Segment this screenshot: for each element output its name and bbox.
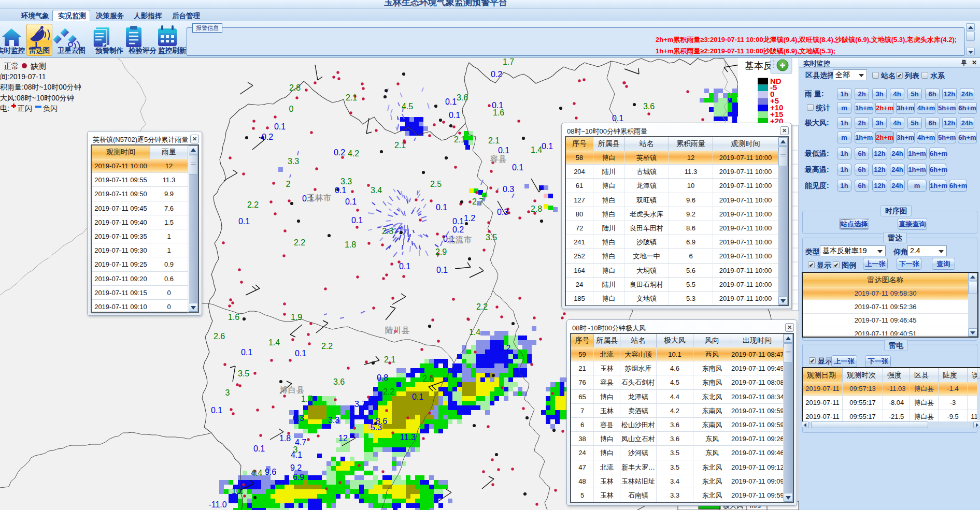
svg-text:12: 12 [338, 434, 348, 443]
svg-text:9.6: 9.6 [265, 468, 276, 476]
svg-text:2.8: 2.8 [531, 205, 542, 213]
svg-text:0.1: 0.1 [295, 349, 306, 358]
svg-text:3.6: 3.6 [333, 377, 345, 386]
svg-text:2: 2 [286, 180, 291, 188]
svg-text:0.3: 0.3 [503, 185, 514, 194]
svg-text:-11.0: -11.0 [208, 500, 226, 509]
svg-text:3.6: 3.6 [643, 102, 655, 111]
svg-text:2.9: 2.9 [435, 247, 447, 256]
svg-text:0.3: 0.3 [497, 208, 508, 216]
svg-text:2.2: 2.2 [247, 200, 259, 209]
svg-text:0.1: 0.1 [412, 392, 423, 401]
svg-text:4.1: 4.1 [291, 450, 302, 459]
svg-text:2.2: 2.2 [321, 342, 333, 351]
svg-text:0.1: 0.1 [452, 217, 464, 226]
svg-text:6.9: 6.9 [293, 473, 304, 482]
svg-text:2.3: 2.3 [382, 227, 393, 236]
svg-text:北流市: 北流市 [447, 235, 472, 244]
svg-text:1.4: 1.4 [531, 145, 542, 154]
svg-text:3.6: 3.6 [457, 93, 468, 102]
svg-text:2.7: 2.7 [472, 197, 484, 206]
svg-text:2.1: 2.1 [346, 93, 357, 102]
svg-text:1.9: 1.9 [291, 313, 302, 322]
svg-text:1.8: 1.8 [279, 434, 291, 443]
svg-text:0: 0 [289, 105, 294, 113]
svg-text:3.4: 3.4 [371, 186, 382, 195]
svg-text:3.5: 3.5 [238, 369, 249, 378]
svg-text:积雨量:08时~10时00分钟: 积雨量:08时~10时00分钟 [0, 83, 81, 91]
svg-text:3.5: 3.5 [486, 233, 497, 242]
svg-text:2.1: 2.1 [394, 141, 406, 150]
svg-text:2.2: 2.2 [294, 238, 305, 247]
svg-text:0.1: 0.1 [211, 406, 222, 415]
svg-text:0.1: 0.1 [274, 122, 286, 131]
svg-text:2.2: 2.2 [383, 387, 394, 396]
svg-text:3.3: 3.3 [340, 177, 352, 186]
svg-text:0.2: 0.2 [262, 133, 273, 141]
svg-text:0.1: 0.1 [449, 111, 460, 120]
svg-text:2.2: 2.2 [476, 302, 488, 311]
svg-text:基本反: 基本反 [745, 61, 773, 71]
svg-text:0.2: 0.2 [452, 225, 464, 234]
svg-text:2.5: 2.5 [430, 180, 442, 188]
svg-text:4.4: 4.4 [251, 469, 262, 477]
svg-text:1.7: 1.7 [301, 395, 313, 403]
svg-text:10.: 10. [232, 487, 243, 496]
svg-text:4.5: 4.5 [402, 102, 413, 111]
svg-text:2.1: 2.1 [454, 135, 465, 144]
svg-text:0.3: 0.3 [293, 414, 304, 422]
svg-text:博白县: 博白县 [279, 385, 305, 394]
svg-text:0.1: 0.1 [512, 163, 523, 172]
svg-text:0.1: 0.1 [445, 97, 457, 106]
svg-text:2.6: 2.6 [422, 374, 434, 383]
svg-text:电:: 电: [0, 104, 9, 112]
svg-text:玉林市: 玉林市 [307, 193, 332, 202]
svg-text:4.7: 4.7 [295, 438, 306, 447]
svg-text:0.2: 0.2 [499, 344, 510, 353]
svg-text:5.3: 5.3 [371, 423, 382, 432]
svg-text:2.1: 2.1 [488, 136, 500, 145]
svg-text:0.2: 0.2 [334, 148, 345, 157]
svg-text:0.1: 0.1 [436, 203, 447, 212]
svg-text:大风:08时~10时00分钟: 大风:08时~10时00分钟 [0, 94, 74, 102]
svg-text:陆川县: 陆川县 [385, 326, 410, 334]
svg-text:0.1: 0.1 [399, 262, 410, 271]
svg-text:1.4: 1.4 [268, 338, 280, 347]
svg-text:0.1: 0.1 [612, 114, 623, 123]
svg-text:1.4: 1.4 [469, 328, 480, 337]
svg-text:0.1: 0.1 [238, 217, 250, 226]
svg-text:11.3: 11.3 [400, 433, 416, 442]
svg-text:1.8: 1.8 [345, 240, 356, 249]
svg-text:4.2: 4.2 [348, 149, 359, 158]
svg-text:2.1: 2.1 [384, 355, 395, 364]
svg-text:2.6: 2.6 [214, 332, 225, 341]
svg-text:1.2: 1.2 [464, 214, 475, 223]
svg-text:0.2: 0.2 [491, 70, 502, 79]
svg-text:0.1: 0.1 [492, 101, 503, 110]
svg-text:0.1: 0.1 [335, 186, 346, 195]
svg-text:3.3: 3.3 [288, 157, 299, 166]
svg-text:0.1: 0.1 [345, 197, 357, 206]
svg-text:间:2019-07-11: 间:2019-07-11 [0, 72, 46, 81]
svg-text:0.1: 0.1 [351, 216, 363, 225]
svg-text:负闪: 负闪 [43, 104, 58, 112]
svg-text:3: 3 [225, 388, 230, 397]
svg-text:9.2: 9.2 [290, 463, 302, 472]
svg-text:1.6: 1.6 [228, 313, 239, 322]
svg-text:正闪: 正闪 [18, 104, 32, 112]
svg-text:1.7: 1.7 [503, 58, 514, 66]
svg-text:容县: 容县 [490, 154, 507, 163]
svg-text:2.8: 2.8 [289, 83, 301, 92]
svg-text:0.1: 0.1 [498, 146, 509, 155]
svg-text:3.3: 3.3 [328, 416, 339, 425]
svg-text:3.7: 3.7 [354, 400, 366, 409]
svg-text:0.1: 0.1 [253, 444, 265, 453]
svg-text:0.1: 0.1 [542, 142, 553, 151]
svg-text:0.1: 0.1 [436, 266, 448, 274]
svg-text:0.8: 0.8 [377, 373, 388, 382]
svg-text:0.1: 0.1 [241, 348, 252, 357]
